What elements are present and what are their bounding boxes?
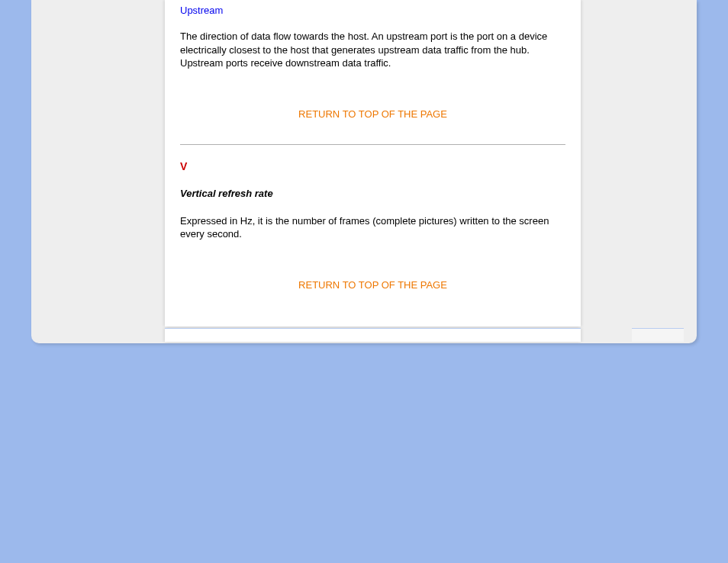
return-to-top-link[interactable]: RETURN TO TOP OF THE PAGE — [298, 108, 447, 120]
term-vertical-refresh-body: Expressed in Hz, it is the number of fra… — [180, 214, 565, 241]
content-panel: Upstream The direction of data flow towa… — [165, 0, 581, 327]
return-to-top-wrapper-1: RETURN TO TOP OF THE PAGE — [180, 108, 565, 120]
term-upstream-body: The direction of data flow towards the h… — [180, 30, 565, 70]
term-upstream-title: Upstream — [180, 5, 565, 16]
document-frame: Upstream The direction of data flow towa… — [31, 0, 697, 343]
term-vertical-refresh-title: Vertical refresh rate — [180, 188, 565, 199]
section-letter-v: V — [180, 160, 565, 172]
return-to-top-link[interactable]: RETURN TO TOP OF THE PAGE — [298, 279, 447, 291]
section-divider — [180, 144, 565, 145]
footer-strip-right — [632, 328, 684, 342]
return-to-top-wrapper-2: RETURN TO TOP OF THE PAGE — [180, 279, 565, 291]
footer-strip-center — [165, 328, 581, 342]
